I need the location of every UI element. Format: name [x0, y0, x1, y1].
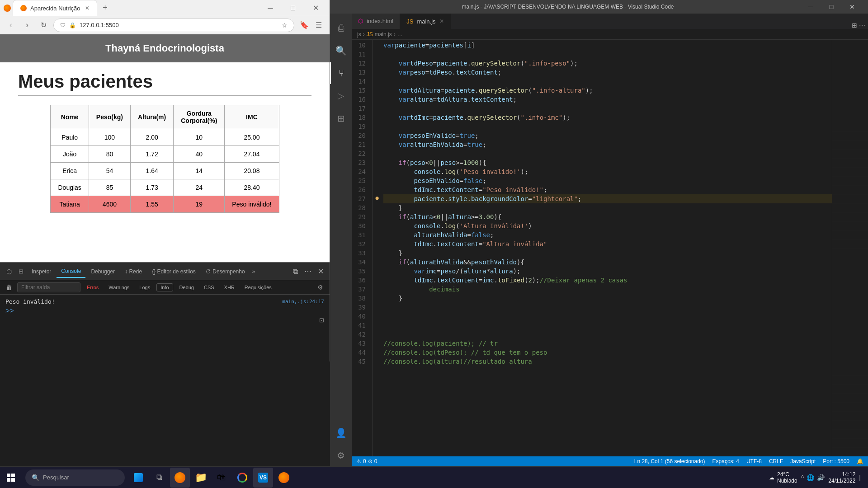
filter-btn-logs[interactable]: Logs — [136, 284, 154, 291]
status-errors[interactable]: ⚠ 0 ⊘ 0 — [356, 458, 377, 465]
status-spaces[interactable]: Espaços: 4 — [712, 458, 739, 465]
webpage-content: Thayná Endocrinologista Meus pacientes N… — [0, 34, 330, 262]
activity-settings[interactable]: ⚙ — [330, 445, 352, 466]
start-button[interactable] — [0, 467, 22, 488]
filter-btn-debug[interactable]: Debug — [176, 284, 198, 291]
table-cell: 28.40 — [225, 179, 279, 196]
status-language[interactable]: JavaScript — [790, 458, 816, 465]
taskbar-time[interactable]: 14:12 24/11/2022 — [828, 471, 855, 484]
devtools-tab-debugger[interactable]: Debugger — [86, 266, 119, 277]
devtools-tab-rede[interactable]: ↕ Rede — [120, 266, 146, 277]
vscode-close-button[interactable]: ✕ — [842, 0, 863, 14]
tab-close-button[interactable]: ✕ — [85, 5, 90, 11]
breakpoint-slot — [373, 166, 382, 175]
editor-more-icon[interactable]: ⋯ — [859, 22, 865, 29]
devtools-trash-icon[interactable]: 🗑 — [4, 282, 14, 293]
vscode-title-text: main.js - JAVASCRIPT DESENVOLVENDO NA LI… — [339, 4, 797, 10]
breakpoint-slot: ● — [373, 193, 382, 202]
breadcrumb-separator-2: › — [394, 31, 396, 38]
devtools-dock-icon[interactable]: ⧉ — [290, 266, 301, 277]
tab-main-js[interactable]: JS main.js ✕ — [400, 14, 450, 29]
breakpoint-slot — [373, 230, 382, 239]
filter-btn-requisicoes[interactable]: Requisições — [241, 284, 275, 291]
taskbar-app-explorer[interactable]: 📁 — [191, 468, 211, 488]
show-desktop-icon[interactable]: | — [859, 474, 861, 481]
status-encoding[interactable]: UTF-8 — [746, 458, 762, 465]
forward-button[interactable]: › — [21, 19, 33, 32]
vscode-maximize-button[interactable]: □ — [821, 0, 842, 14]
taskbar-app-firefox2[interactable] — [274, 468, 294, 488]
taskbar-search[interactable]: 🔍 Pesquisar — [25, 469, 125, 486]
devtools-tab-more[interactable]: » — [250, 266, 257, 277]
code-content[interactable]: var paciente = pacientes[i] var tdPeso =… — [382, 40, 832, 456]
bookmark-list-icon[interactable]: 🔖 — [298, 19, 311, 32]
taskbar-app-vscode[interactable]: VS — [253, 468, 273, 488]
table-cell: 27.04 — [225, 146, 279, 163]
breakpoint-slot — [373, 257, 382, 266]
tab-main-js-close[interactable]: ✕ — [439, 18, 444, 24]
vscode-window: main.js - JAVASCRIPT DESENVOLVENDO NA LI… — [330, 0, 868, 466]
shield-icon: 🛡 — [60, 22, 66, 28]
close-button[interactable]: ✕ — [305, 1, 326, 15]
filter-btn-css[interactable]: CSS — [200, 284, 218, 291]
devtools-options-icon[interactable]: ⋯ — [302, 266, 313, 277]
breakpoint-slot — [373, 112, 382, 121]
console-link[interactable]: main,.js:24:17 — [282, 299, 324, 305]
activity-explorer[interactable]: ⎙ — [330, 17, 352, 39]
new-tab-button[interactable]: + — [99, 2, 112, 14]
activity-account[interactable]: 👤 — [330, 422, 352, 444]
browser-tab-active[interactable]: Aparecida Nutrição ✕ — [13, 0, 97, 16]
taskbar-app-taskview[interactable]: ⧉ — [149, 468, 169, 488]
line-number: 10 — [358, 41, 366, 50]
status-line-ending[interactable]: CRLF — [769, 458, 783, 465]
bookmark-icon[interactable]: ☆ — [282, 22, 288, 29]
filter-btn-warnings[interactable]: Warnings — [105, 284, 133, 291]
filter-btn-xhr[interactable]: XHR — [221, 284, 238, 291]
breakpoint-slot — [373, 148, 382, 157]
maximize-button[interactable]: □ — [283, 1, 303, 15]
breakpoint-slot — [373, 175, 382, 184]
back-button[interactable]: ‹ — [5, 19, 17, 32]
vscode-minimize-button[interactable]: ─ — [800, 0, 821, 14]
taskbar-app-firefox[interactable] — [170, 468, 190, 488]
taskbar-app-store[interactable]: 🛍 — [212, 468, 231, 488]
status-port[interactable]: Port : 5500 — [823, 458, 849, 465]
devtools-tab-desempenho[interactable]: ⏱ Desempenho — [201, 266, 250, 277]
devtools-icons-left: ⬡ ⊞ — [4, 266, 26, 277]
activity-search[interactable]: 🔍 — [330, 40, 352, 61]
patient-table: Nome Peso(kg) Altura(m) GorduraCorporal(… — [50, 105, 279, 213]
systray-up-icon[interactable]: ^ — [801, 474, 804, 481]
minimize-button[interactable]: ─ — [260, 1, 281, 15]
activity-git[interactable]: ⑂ — [330, 62, 352, 84]
filter-settings-icon[interactable]: ⚙ — [315, 283, 326, 292]
devtools-responsive-icon[interactable]: ⊞ — [15, 266, 26, 277]
filter-btn-erros[interactable]: Erros — [83, 284, 102, 291]
line-number: 19 — [358, 122, 366, 131]
line-number: 32 — [358, 239, 366, 249]
console-dock-icon[interactable]: ⊡ — [319, 317, 324, 324]
taskbar-app-chrome[interactable] — [232, 468, 252, 488]
devtools-filter-input[interactable] — [17, 282, 80, 292]
devtools-tab-console[interactable]: Console — [57, 265, 85, 278]
devtools-pick-icon[interactable]: ⬡ — [4, 266, 14, 277]
activity-extensions[interactable]: ⊞ — [330, 108, 352, 129]
reload-button[interactable]: ↻ — [37, 19, 50, 32]
breakpoint-icon: ● — [375, 195, 378, 201]
activity-debug[interactable]: ▷ — [330, 85, 352, 107]
address-bar[interactable]: 🛡 🔒 127.0.0.1:5500 ☆ — [53, 19, 294, 32]
devtools-close-icon[interactable]: ✕ — [315, 266, 326, 277]
network-icon[interactable]: 🌐 — [807, 474, 814, 481]
menu-icon[interactable]: ☰ — [312, 19, 325, 32]
status-position[interactable]: Ln 28, Col 1 (56 selecionado) — [634, 458, 705, 465]
code-line: if (peso < 0 || peso >= 1000) { — [383, 158, 832, 167]
devtools-tab-estilos[interactable]: {} Editor de estilos — [147, 266, 200, 277]
filter-btn-info[interactable]: Info — [156, 283, 173, 291]
line-number: 18 — [358, 113, 366, 122]
editor-split-icon[interactable]: ⊞ — [852, 22, 857, 29]
devtools-tab-inspetor[interactable]: Inspetor — [27, 266, 56, 277]
code-line: if (altura < 0 || altura >= 3.00) { — [383, 212, 832, 221]
taskbar-app-widgets[interactable] — [128, 468, 148, 488]
speaker-icon[interactable]: 🔊 — [817, 474, 825, 481]
table-row: Paulo1002.001025.00 — [51, 129, 279, 146]
tab-index-html[interactable]: ⬡ index.html — [352, 14, 400, 29]
